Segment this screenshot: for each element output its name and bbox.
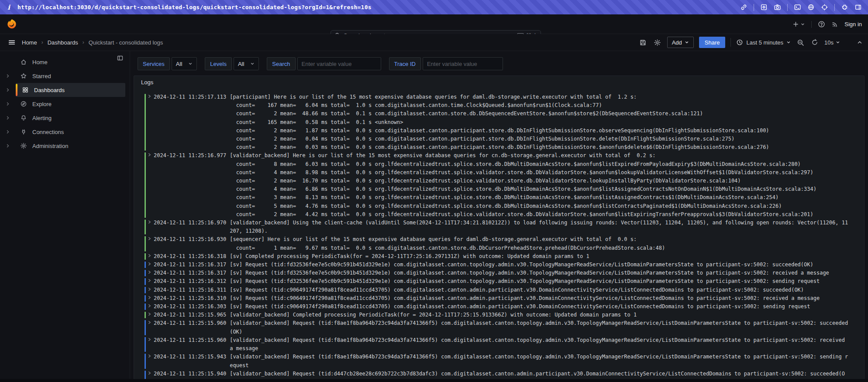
grafana-logo-icon[interactable] bbox=[6, 18, 17, 30]
refresh-icon[interactable] bbox=[810, 38, 819, 47]
log-message: [sv] Request (tid:c90649174f290a81f8cead… bbox=[230, 294, 848, 303]
sidebar-item-alerting[interactable]: Alerting bbox=[0, 111, 130, 125]
breadcrumb: Home › Dashboards › Quickstart - consoli… bbox=[22, 39, 163, 46]
log-level-bar bbox=[145, 278, 146, 285]
link-icon[interactable] bbox=[740, 3, 747, 11]
levels-variable-select[interactable]: All bbox=[234, 57, 259, 70]
menu-hamburger-icon[interactable] bbox=[8, 38, 16, 46]
add-button[interactable]: Add bbox=[667, 37, 694, 48]
chevron-down-icon bbox=[836, 40, 840, 45]
chevron-right-icon[interactable] bbox=[0, 143, 16, 148]
chevron-right-icon[interactable] bbox=[0, 73, 16, 79]
log-row[interactable]: 2024-12-11 11:25:15.965[validator_backen… bbox=[145, 311, 864, 319]
log-timestamp: 2024-12-11 11:25:16.317 bbox=[154, 261, 226, 269]
log-row[interactable]: 2024-12-11 11:25:16.317[sv] Request (tid… bbox=[145, 269, 864, 277]
expand-log-row-icon[interactable] bbox=[148, 235, 154, 252]
log-row[interactable]: 2024-12-11 11:25:15.943[validator_backen… bbox=[145, 353, 864, 369]
expand-log-row-icon[interactable] bbox=[148, 336, 154, 353]
sidebar-item-explore[interactable]: Explore bbox=[0, 97, 130, 111]
crosshair-icon[interactable] bbox=[821, 3, 828, 11]
chevron-right-icon[interactable] bbox=[0, 115, 16, 120]
sidebar-item-dashboards[interactable]: Dashboards bbox=[0, 83, 130, 97]
refresh-interval-picker[interactable]: 10s bbox=[824, 39, 840, 46]
log-row[interactable]: 2024-12-11 11:25:16.311[sv] Request (tid… bbox=[145, 286, 864, 294]
chevron-right-icon[interactable] bbox=[0, 129, 16, 134]
save-dashboard-icon[interactable] bbox=[638, 38, 648, 47]
zoom-out-time-icon[interactable] bbox=[796, 38, 805, 47]
expand-log-row-icon[interactable] bbox=[148, 269, 154, 277]
camera-icon[interactable] bbox=[774, 3, 781, 11]
sign-in-button[interactable]: Sign in bbox=[844, 21, 862, 28]
share-button[interactable]: Share bbox=[699, 37, 726, 48]
log-level-bar bbox=[145, 253, 146, 260]
expand-log-row-icon[interactable] bbox=[148, 261, 154, 269]
expand-log-row-icon[interactable] bbox=[148, 252, 154, 261]
toolbar-divider bbox=[754, 4, 754, 11]
chevron-up-icon[interactable] bbox=[857, 39, 863, 45]
breadcrumb-home[interactable]: Home bbox=[22, 39, 37, 46]
log-level-bar bbox=[145, 303, 146, 310]
log-row[interactable]: 2024-12-11 11:25:15.960[validator_backen… bbox=[145, 319, 864, 336]
puzzle-icon[interactable] bbox=[841, 3, 848, 11]
services-variable-select[interactable]: All bbox=[172, 57, 197, 70]
expand-log-row-icon[interactable] bbox=[148, 303, 154, 311]
sidebar-item-label: Connections bbox=[32, 129, 64, 135]
log-row[interactable]: 2024-12-11 11:25:16.317[sv] Request (tid… bbox=[145, 261, 864, 269]
log-row[interactable]: 2024-12-11 11:25:16.312[sv] Request (tid… bbox=[145, 277, 864, 286]
chevron-right-icon[interactable] bbox=[0, 101, 16, 107]
log-row[interactable]: 2024-12-11 11:25:16.977[validator_backen… bbox=[145, 151, 864, 219]
sidebar-item-administration[interactable]: Administration bbox=[0, 139, 130, 153]
globe-icon[interactable] bbox=[807, 3, 815, 11]
time-range-picker[interactable]: Last 5 minutes bbox=[736, 39, 791, 46]
log-row[interactable]: 2024-12-11 11:25:16.303[sv] Request (tid… bbox=[145, 303, 864, 311]
expand-log-row-icon[interactable] bbox=[148, 319, 154, 336]
panel-right-icon[interactable] bbox=[854, 3, 862, 11]
log-message: [validator_backend] Request (tid:f8ae1f8… bbox=[230, 319, 848, 336]
log-row[interactable]: 2024-12-11 11:25:16.318[sv] Completed pr… bbox=[145, 252, 864, 261]
sidebar-item-home[interactable]: Home bbox=[0, 55, 130, 69]
help-icon[interactable] bbox=[818, 21, 825, 28]
new-menu-button[interactable] bbox=[792, 21, 805, 28]
chevron-right-icon[interactable] bbox=[0, 87, 16, 93]
log-list: 2024-12-11 11:25:17.113[participant] Her… bbox=[134, 93, 864, 382]
terminal-icon[interactable] bbox=[794, 3, 801, 11]
log-level-bar bbox=[145, 354, 146, 368]
log-level-bar bbox=[145, 312, 146, 318]
expand-log-row-icon[interactable] bbox=[148, 219, 154, 235]
expand-log-row-icon[interactable] bbox=[148, 151, 154, 219]
logs-panel: Logs 2024-12-11 11:25:17.113[participant… bbox=[134, 76, 865, 382]
log-row[interactable]: 2024-12-11 11:25:15.960[validator_backen… bbox=[145, 336, 864, 353]
sidebar: Home Starred Dashboards Explore Alerting… bbox=[0, 51, 130, 382]
log-row[interactable]: 2024-12-11 11:25:16.930[sequencer] Here … bbox=[145, 235, 864, 252]
chevron-down-icon bbox=[800, 22, 805, 27]
log-message: [participant] Here is our list of the 15… bbox=[230, 93, 848, 151]
breadcrumb-dashboards[interactable]: Dashboards bbox=[48, 39, 78, 46]
dashboard-content: Services All Levels All Search Trace ID … bbox=[130, 51, 868, 382]
panel-title[interactable]: Logs bbox=[134, 79, 864, 89]
dock-menu-icon[interactable] bbox=[117, 51, 124, 65]
expand-log-row-icon[interactable] bbox=[148, 286, 154, 294]
expand-log-row-icon[interactable] bbox=[148, 353, 154, 369]
expand-log-row-icon[interactable] bbox=[148, 277, 154, 286]
log-row[interactable]: 2024-12-11 11:25:16.310[sv] Request (tid… bbox=[145, 294, 864, 303]
log-level-bar bbox=[145, 287, 146, 293]
dashboard-settings-icon[interactable] bbox=[653, 38, 662, 47]
news-rss-icon[interactable] bbox=[831, 21, 838, 28]
log-timestamp: 2024-12-11 11:25:16.312 bbox=[154, 277, 226, 286]
sidebar-item-starred[interactable]: Starred bbox=[0, 69, 130, 83]
flower-icon[interactable] bbox=[760, 3, 768, 11]
log-message: [validator_backend] Using the client-cac… bbox=[230, 219, 848, 235]
log-row[interactable]: 2024-12-11 11:25:16.970[validator_backen… bbox=[145, 219, 864, 235]
bottom-edge-strip bbox=[0, 379, 868, 382]
trace-id-variable-input[interactable] bbox=[423, 57, 503, 70]
log-level-bar bbox=[145, 220, 146, 234]
expand-log-row-icon[interactable] bbox=[148, 311, 154, 319]
sidebar-item-label: Administration bbox=[32, 143, 68, 149]
chevron-right-icon bbox=[0, 59, 16, 65]
plug-icon bbox=[20, 128, 27, 135]
search-variable-input[interactable] bbox=[297, 57, 381, 70]
sidebar-item-connections[interactable]: Connections bbox=[0, 125, 130, 139]
expand-log-row-icon[interactable] bbox=[148, 294, 154, 303]
log-row[interactable]: 2024-12-11 11:25:17.113[participant] Her… bbox=[145, 93, 864, 151]
expand-log-row-icon[interactable] bbox=[148, 93, 154, 151]
